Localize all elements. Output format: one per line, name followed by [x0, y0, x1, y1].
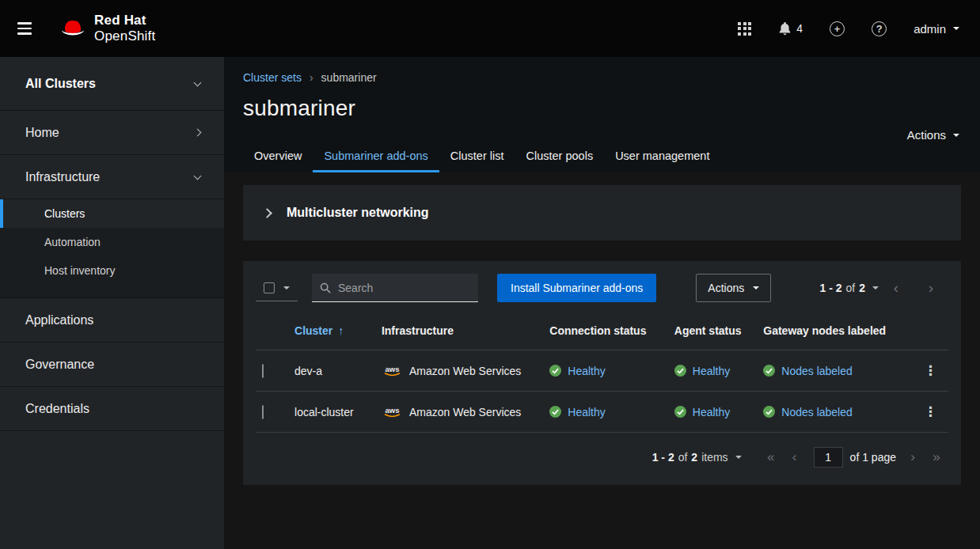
caret-down-icon	[953, 134, 959, 137]
cluster-name: local-cluster	[294, 406, 354, 418]
agent-status-link[interactable]: Healthy	[693, 406, 730, 418]
install-submariner-button[interactable]: Install Submariner add-ons	[497, 274, 656, 302]
check-circle-success-icon	[674, 365, 686, 377]
pagination-of-label: of	[846, 282, 856, 294]
caret-down-icon	[735, 456, 742, 459]
breadcrumb: Cluster sets › submariner	[243, 71, 961, 84]
chevron-right-icon	[194, 129, 202, 137]
pagination-options-toggle[interactable]: 1 - 2 of 2 items	[652, 451, 742, 464]
app-grid-icon	[738, 22, 751, 36]
breadcrumb-link-cluster-sets[interactable]: Cluster sets	[243, 71, 302, 84]
masthead-left: Red Hat OpenShift	[16, 13, 155, 44]
sidebar-item-label: Infrastructure	[25, 170, 100, 184]
page-number-input[interactable]	[814, 447, 843, 468]
tab-cluster-pools[interactable]: Cluster pools	[515, 142, 605, 172]
svg-text:aws: aws	[385, 406, 399, 415]
check-circle-success-icon	[674, 406, 686, 418]
infrastructure-label: Amazon Web Services	[409, 406, 521, 418]
page-body: Multicluster networking Install Submarin…	[224, 172, 980, 504]
table-row: dev-a aws Amazon Web Services	[256, 350, 948, 392]
sidebar-item-credentials[interactable]: Credentials	[0, 387, 224, 431]
bulk-select-dropdown[interactable]	[256, 275, 298, 301]
sidebar-item-home[interactable]: Home	[0, 111, 224, 155]
gateway-nodes-link[interactable]: Nodes labeled	[781, 406, 853, 418]
submariner-addons-table: Cluster↑ Infrastructure Connection statu…	[256, 313, 948, 433]
user-menu-dropdown[interactable]: admin	[914, 22, 959, 36]
submariner-addons-card: Install Submariner add-ons Actions 1 - 2…	[243, 261, 961, 485]
column-header-gateway-nodes: Gateway nodes labeled	[757, 313, 913, 350]
page-actions-label: Actions	[907, 128, 946, 142]
sort-ascending-icon: ↑	[338, 324, 344, 337]
connection-status-link[interactable]: Healthy	[568, 365, 605, 377]
header-checkbox-cell	[256, 313, 288, 350]
page-actions-dropdown[interactable]: Actions	[907, 128, 959, 142]
top-pagination: 1 - 2 of 2 ‹ ›	[820, 274, 949, 302]
sidebar-item-automation[interactable]: Automation	[0, 228, 224, 256]
nav-toggle-hamburger-icon[interactable]	[16, 17, 33, 40]
sidebar-item-label: Clusters	[44, 207, 85, 220]
caret-down-icon	[953, 27, 959, 30]
cluster-switcher-dropdown[interactable]: All Clusters	[0, 57, 224, 111]
previous-page-button[interactable]: ‹	[879, 274, 914, 302]
caret-down-icon	[872, 286, 879, 290]
previous-page-button[interactable]: ‹	[783, 445, 807, 469]
first-page-button[interactable]: «	[759, 445, 783, 469]
sidebar-item-label: Host inventory	[44, 264, 115, 277]
select-all-checkbox[interactable]	[264, 282, 275, 293]
notifications-button[interactable]: 4	[778, 22, 803, 36]
pagination-options-toggle[interactable]: 1 - 2 of 2	[820, 282, 879, 294]
question-circle-icon: ?	[872, 21, 887, 36]
search-icon	[320, 282, 331, 293]
masthead: Red Hat OpenShift 4 + ? admin	[0, 0, 980, 57]
sidebar-item-applications[interactable]: Applications	[0, 298, 224, 343]
column-header-cluster[interactable]: Cluster↑	[288, 313, 375, 350]
connection-status-link[interactable]: Healthy	[568, 406, 605, 418]
brand-line-2: OpenShift	[94, 28, 155, 44]
last-page-button[interactable]: »	[925, 445, 948, 469]
sidebar-item-label: Home	[25, 126, 59, 140]
cluster-switcher-label: All Clusters	[25, 77, 96, 91]
table-actions-dropdown[interactable]: Actions	[696, 274, 771, 302]
tab-overview[interactable]: Overview	[243, 142, 313, 172]
svg-text:aws: aws	[385, 365, 399, 373]
pagination-of-label: of	[678, 451, 688, 464]
check-circle-success-icon	[549, 406, 561, 418]
bottom-pagination: 1 - 2 of 2 items « ‹ of 1 page › »	[256, 433, 948, 479]
main-content: Cluster sets › submariner submariner Act…	[224, 57, 980, 549]
sidebar-item-infrastructure[interactable]: Infrastructure	[0, 155, 224, 199]
app-launcher-button[interactable]	[738, 22, 751, 36]
redhat-openshift-logo[interactable]: Red Hat OpenShift	[59, 13, 155, 44]
tab-submariner-addons[interactable]: Submariner add-ons	[313, 142, 439, 172]
gateway-nodes-link[interactable]: Nodes labeled	[781, 365, 853, 377]
import-cluster-button[interactable]: +	[830, 21, 845, 36]
help-button[interactable]: ?	[872, 21, 887, 36]
column-header-actions	[913, 313, 948, 350]
check-circle-success-icon	[763, 365, 775, 377]
agent-status-link[interactable]: Healthy	[693, 365, 730, 377]
row-checkbox[interactable]	[262, 364, 264, 378]
next-page-button[interactable]: ›	[901, 445, 925, 469]
row-checkbox[interactable]	[262, 405, 264, 419]
breadcrumb-separator-icon: ›	[310, 71, 313, 84]
sidebar-item-clusters[interactable]: Clusters	[0, 199, 224, 228]
sidebar-item-governance[interactable]: Governance	[0, 343, 224, 387]
sidebar-item-label: Governance	[25, 358, 94, 372]
multicluster-networking-expandable[interactable]: Multicluster networking	[243, 185, 961, 240]
redhat-fedora-icon	[59, 18, 87, 39]
sidebar-item-host-inventory[interactable]: Host inventory	[0, 256, 224, 285]
table-toolbar: Install Submariner add-ons Actions 1 - 2…	[256, 274, 948, 302]
column-header-label: Cluster	[294, 324, 332, 337]
row-kebab-menu-icon[interactable]: ⋮	[919, 362, 942, 379]
check-circle-success-icon	[549, 365, 561, 377]
tab-cluster-list[interactable]: Cluster list	[439, 142, 515, 172]
add-circle-icon: +	[830, 21, 845, 36]
pagination-total: 2	[859, 282, 865, 294]
column-header-infrastructure: Infrastructure	[375, 313, 543, 350]
next-page-button[interactable]: ›	[914, 274, 948, 302]
search-input[interactable]	[312, 274, 478, 302]
row-kebab-menu-icon[interactable]: ⋮	[919, 403, 942, 420]
chevron-down-icon	[194, 78, 202, 86]
masthead-toolbar: 4 + ? admin	[738, 21, 959, 36]
caret-down-icon	[283, 286, 290, 290]
tab-user-management[interactable]: User management	[604, 142, 720, 172]
